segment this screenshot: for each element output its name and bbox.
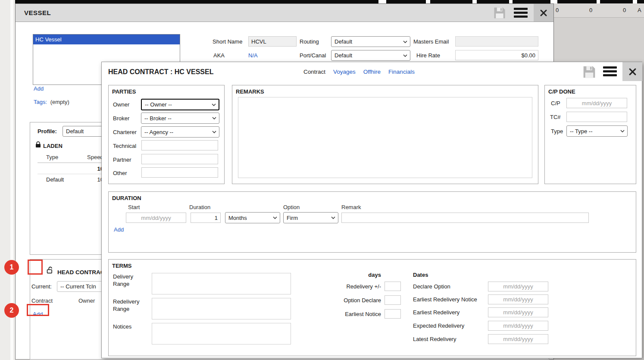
top-chrome-gap — [426, 0, 430, 3]
laden-row-name: Default — [46, 176, 64, 183]
lock-closed-icon[interactable] — [35, 141, 41, 150]
top-chrome-gap — [597, 0, 600, 3]
expected-redelivery-label: Expected Redelivery — [413, 322, 464, 329]
tab-offhire[interactable]: Offhire — [363, 69, 381, 75]
menu-icon[interactable] — [514, 8, 528, 19]
laden-col-type: Type — [46, 154, 58, 160]
type-select[interactable]: -- Type -- — [566, 125, 628, 137]
short-name-input[interactable] — [248, 36, 297, 47]
chevron-down-icon — [331, 216, 335, 219]
annotation-box-lock — [28, 260, 43, 275]
technical-input[interactable] — [141, 140, 218, 150]
port-canal-select-value: Default — [335, 52, 401, 59]
delivery-range-textarea[interactable] — [152, 273, 291, 294]
duration-option-select[interactable]: Firm — [283, 212, 338, 223]
earliest-notice-input[interactable] — [385, 309, 401, 319]
aka-label: AKA — [213, 52, 225, 59]
tab-voyages[interactable]: Voyages — [333, 69, 356, 75]
top-chrome-gap — [472, 0, 477, 3]
redelivery-plus-minus-input[interactable] — [385, 282, 401, 291]
routing-select[interactable]: Default — [331, 36, 410, 47]
save-icon[interactable] — [582, 65, 596, 80]
vessel-add-link[interactable]: Add — [34, 85, 44, 92]
chevron-down-icon — [403, 54, 407, 57]
broker-select-value: -- Broker -- — [144, 115, 210, 122]
tc-label: TC# — [550, 114, 561, 120]
close-icon[interactable] — [534, 4, 553, 22]
latest-redelivery-date-input[interactable] — [488, 334, 548, 344]
parties-section: PARTIES Owner -- Owner -- Broker -- Brok… — [108, 85, 225, 184]
partner-input[interactable] — [141, 154, 218, 164]
duration-option-value: Firm — [287, 215, 329, 221]
duration-value-input[interactable] — [191, 213, 221, 223]
declare-option-date-input[interactable] — [488, 282, 548, 291]
duration-start-input[interactable] — [126, 213, 186, 223]
notices-textarea[interactable] — [152, 323, 291, 344]
lock-open-icon[interactable] — [47, 266, 54, 275]
expected-redelivery-date-input[interactable] — [488, 321, 548, 331]
laden-top-value: 10 — [78, 166, 103, 172]
tab-contract[interactable]: Contract — [303, 69, 325, 75]
terms-section: TERMS Delivery Range Redelivery Range No… — [108, 259, 636, 356]
duration-title: DURATION — [112, 195, 141, 201]
owner-select[interactable]: -- Owner -- — [141, 99, 219, 110]
earliest-notice-label: Earliest Notice — [290, 311, 381, 317]
charterer-select[interactable]: -- Agency -- — [141, 126, 219, 138]
earliest-redelivery-date-input[interactable] — [488, 307, 548, 317]
broker-select[interactable]: -- Broker -- — [141, 113, 219, 124]
top-chrome-gap — [509, 0, 513, 3]
laden-col-speed: Speed — [87, 154, 103, 160]
tab-financials[interactable]: Financials — [388, 69, 415, 75]
menu-icon[interactable] — [603, 66, 617, 78]
profile-label: Profile: — [38, 128, 57, 135]
tc-input[interactable] — [566, 112, 627, 122]
duration-remark-input[interactable] — [341, 213, 589, 223]
right-col-value: A — [638, 7, 641, 13]
latest-redelivery-label: Latest Redelivery — [413, 336, 456, 342]
top-chrome-gap — [378, 0, 386, 3]
masters-email-input[interactable] — [455, 36, 538, 47]
laden-title: LADEN — [43, 143, 63, 149]
aka-value-link[interactable]: N/A — [248, 52, 258, 59]
cp-done-title: C/P DONE — [548, 88, 575, 95]
cp-done-section: C/P DONE C/P TC# Type -- Type -- — [544, 85, 636, 184]
duration-col-remark: Remark — [341, 204, 361, 210]
head-contract-modal: HEAD CONTRACT : HC VESSEL Contract Voyag… — [101, 62, 642, 358]
top-chrome-strip — [15, 0, 644, 3]
owner-label: Owner — [113, 101, 129, 108]
close-icon[interactable] — [622, 62, 642, 81]
other-input[interactable] — [141, 167, 218, 178]
short-name-label: Short Name — [213, 38, 242, 45]
duration-unit-select[interactable]: Months — [225, 212, 280, 223]
technical-label: Technical — [113, 143, 136, 149]
redelivery-plus-minus-label: Redelivery +/- — [290, 283, 381, 290]
cp-date-input[interactable] — [566, 98, 627, 108]
vessel-list-item[interactable]: HC Vessel — [33, 34, 180, 44]
annotation-step-1: 1 — [4, 260, 19, 275]
chevron-down-icon — [620, 130, 625, 132]
tags-link[interactable]: Tags: — [34, 99, 47, 105]
chevron-down-icon — [403, 41, 407, 43]
port-canal-select[interactable]: Default — [331, 50, 410, 61]
owner-select-value: -- Owner -- — [145, 101, 210, 108]
option-declare-input[interactable] — [385, 295, 401, 305]
screen: 0 0 0 A VESSEL — [0, 0, 644, 360]
remarks-section: REMARKS — [232, 85, 538, 184]
redelivery-range-textarea[interactable] — [152, 298, 291, 319]
cp-label: C/P — [551, 100, 560, 106]
notices-label: Notices — [113, 323, 131, 330]
port-canal-label: Port/Canal — [300, 52, 326, 59]
hire-rate-input[interactable] — [455, 50, 538, 60]
remarks-textarea[interactable] — [238, 97, 532, 178]
annotation-step-2: 2 — [4, 303, 19, 318]
save-icon[interactable] — [493, 6, 506, 21]
terms-days-header: days — [290, 272, 381, 278]
earliest-redelivery-label: Earliest Redelivery — [413, 309, 460, 316]
vessel-window-title: VESSEL — [24, 9, 51, 16]
earliest-redelivery-notice-date-input[interactable] — [488, 294, 548, 304]
terms-title: TERMS — [112, 263, 132, 269]
hc-current-label: Current: — [31, 283, 52, 290]
charterer-select-value: -- Agency -- — [144, 129, 210, 135]
duration-add-link[interactable]: Add — [114, 226, 124, 233]
tags-value: (empty) — [50, 99, 69, 105]
